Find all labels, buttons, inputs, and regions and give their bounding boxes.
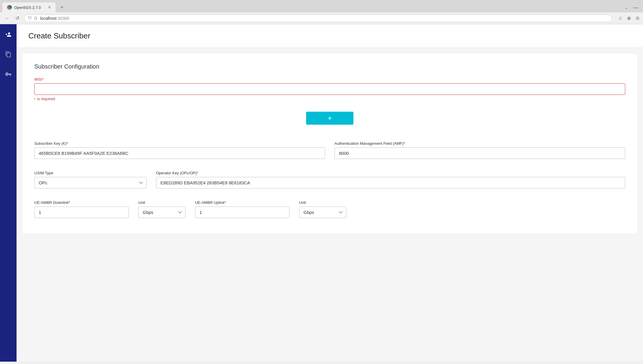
usim-type-select[interactable]: OPc OP (34, 177, 147, 188)
usim-type-group: USIM Type OPc OP (34, 171, 147, 188)
amf-label: Authentication Management Field (AMF)* (335, 141, 625, 146)
sidebar-item-subscribers[interactable] (3, 29, 14, 42)
star-icon[interactable]: ☆ (618, 15, 622, 21)
uplink-unit-select[interactable]: Gbps Mbps Kbps bps (299, 207, 346, 218)
page-icon: 🗋 (34, 16, 38, 20)
sidebar (0, 24, 17, 362)
subscriber-key-label: Subscriber Key (K)* (34, 141, 325, 146)
pocket-icon[interactable]: ⊕ (627, 15, 631, 21)
subscriber-key-col: Subscriber Key (K)* (34, 141, 325, 165)
error-dot: • (34, 97, 35, 100)
main-content: Create Subscriber Subscriber Configurati… (17, 24, 643, 362)
tab-bar: Open5GS 2.7.0 × + ⌄ — (0, 0, 643, 12)
section-title: Subscriber Configuration (34, 63, 625, 70)
address-input-wrap[interactable]: 🛡 🗋 localhost:30300 (24, 14, 612, 22)
usim-opkey-row: USIM Type OPc OP Operator Key (OPc/OP)* (34, 171, 625, 194)
form-container: Subscriber Configuration IMSI* • is requ… (22, 54, 637, 233)
toolbar-icons: ☆ ⊕ ⊙ (618, 15, 639, 21)
downlink-input[interactable] (34, 207, 129, 218)
subscriber-key-input[interactable] (34, 147, 325, 159)
operator-key-input[interactable] (156, 177, 625, 188)
imsi-label: IMSI* (34, 77, 625, 82)
tab-dropdown-button[interactable]: ⌄ (622, 4, 631, 11)
nav-back-button[interactable]: ← (4, 14, 11, 22)
uplink-unit-label: Unit (299, 200, 346, 205)
nav-refresh-button[interactable]: ↺ (14, 14, 20, 22)
address-bar: ← ↺ 🛡 🗋 localhost:30300 ☆ ⊕ ⊙ (0, 12, 643, 24)
active-tab[interactable]: Open5GS 2.7.0 × (2, 2, 56, 12)
tab-title: Open5GS 2.7.0 (14, 5, 41, 10)
amf-col: Authentication Management Field (AMF)* (335, 141, 625, 165)
new-tab-button[interactable]: + (58, 3, 66, 12)
tab-favicon (7, 5, 12, 10)
imsi-group: IMSI* • is required (34, 77, 625, 101)
page-header: Create Subscriber (17, 24, 643, 48)
sidebar-item-security[interactable] (3, 69, 14, 81)
address-text[interactable]: localhost:30300 (40, 16, 608, 21)
downlink-unit-select[interactable]: Gbps Mbps Kbps bps (138, 207, 186, 218)
sidebar-item-sessions[interactable] (3, 49, 14, 61)
imsi-error-message: • is required (34, 97, 625, 101)
operator-key-col: Operator Key (OPc/OP)* (156, 171, 625, 194)
key-amf-row: Subscriber Key (K)* Authentication Manag… (34, 141, 625, 165)
add-button[interactable]: + (306, 112, 353, 125)
amf-group: Authentication Management Field (AMF)* (335, 141, 625, 159)
downlink-label: UE-AMBR Downlink* (34, 200, 129, 205)
downlink-unit-col: Unit Gbps Mbps Kbps bps (138, 200, 186, 218)
downlink-col: UE-AMBR Downlink* (34, 200, 129, 218)
imsi-input[interactable] (34, 83, 625, 95)
subscriber-key-group: Subscriber Key (K)* (34, 141, 325, 159)
operator-key-group: Operator Key (OPc/OP)* (156, 171, 625, 188)
downlink-unit-label: Unit (138, 200, 186, 205)
operator-key-label: Operator Key (OPc/OP)* (156, 171, 625, 175)
usim-type-col: USIM Type OPc OP (34, 171, 147, 194)
usim-type-label: USIM Type (34, 171, 147, 175)
window-minimize-button[interactable]: — (631, 3, 641, 12)
app-layout: Create Subscriber Subscriber Configurati… (0, 24, 643, 362)
uplink-input[interactable] (195, 207, 290, 218)
amf-input[interactable] (335, 147, 625, 159)
uplink-unit-col: Unit Gbps Mbps Kbps bps (299, 200, 346, 218)
shield-icon: 🛡 (28, 16, 32, 20)
tab-close-button[interactable]: × (48, 5, 51, 10)
ambr-row: UE-AMBR Downlink* Unit Gbps Mbps Kbps bp… (34, 200, 625, 218)
page-title: Create Subscriber (28, 31, 631, 40)
uplink-label: UE-AMBR Uplink* (195, 200, 290, 205)
user-icon[interactable]: ⊙ (636, 15, 639, 21)
uplink-col: UE-AMBR Uplink* (195, 200, 290, 218)
browser-chrome: Open5GS 2.7.0 × + ⌄ — ← ↺ 🛡 🗋 localhost:… (0, 0, 643, 24)
error-text: is required (37, 97, 55, 101)
